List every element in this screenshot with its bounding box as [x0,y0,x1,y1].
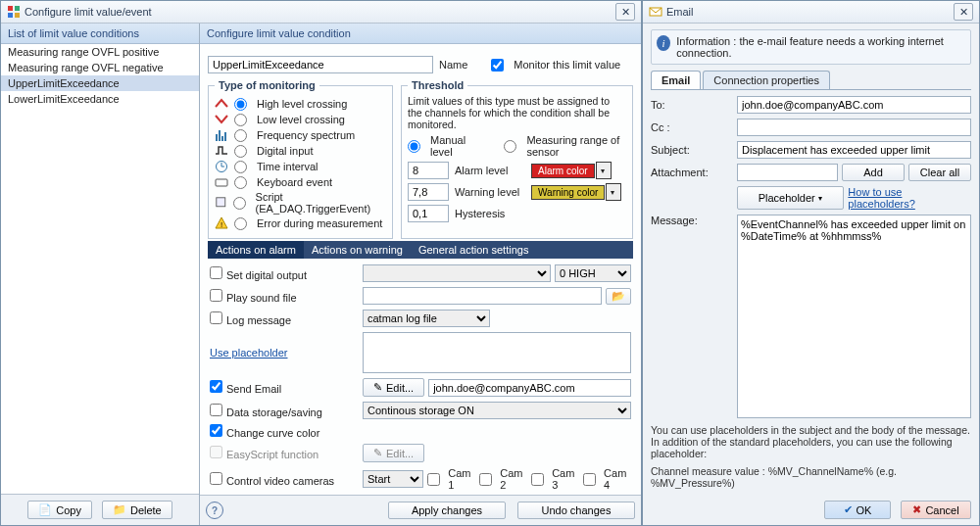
cam1-check[interactable] [427,473,440,486]
monitor-label: Monitor this limit value [514,59,620,71]
type-of-monitoring-group: Type of monitoring High level crossing L… [208,79,393,239]
x-icon: ✖ [912,503,921,516]
close-icon[interactable]: ✕ [954,3,973,21]
add-attachment-button[interactable]: Add [842,164,905,181]
manual-level-radio[interactable] [408,140,420,153]
folder-open-icon: 📂 [612,290,625,303]
type-script-radio[interactable] [233,197,246,210]
delete-button[interactable]: 📁Delete [102,501,172,519]
sound-file-input[interactable] [363,287,602,305]
to-input[interactable] [737,96,971,114]
chevron-down-icon: ▾ [818,194,822,203]
placeholder-help-1: You can use placeholders in the subject … [651,424,971,459]
set-digital-check[interactable] [210,266,222,279]
email-recipient-display[interactable] [428,379,631,397]
mail-icon [649,5,662,19]
message-label: Message: [651,215,729,226]
placeholder-help-2: Channel measure value : %MV_ChannelName%… [651,465,971,489]
edit-email-button[interactable]: ✎Edit... [363,378,424,397]
type-time-radio[interactable] [234,161,247,173]
list-item[interactable]: LowerLimitExceedance [1,91,199,107]
storage-mode-select[interactable]: Continous storage ON [363,402,631,419]
alarm-color-picker[interactable]: Alarm color ▾ [531,162,612,179]
tab-actions-warning[interactable]: Actions on warning [304,241,411,259]
warning-icon: ! [215,216,228,230]
easyscript-check [210,446,222,458]
alarm-level-input[interactable] [408,162,449,179]
cam3-check[interactable] [531,473,544,486]
browse-sound-button[interactable]: 📂 [606,288,631,305]
how-to-placeholders-link[interactable]: How to use placeholders? [848,186,971,210]
condition-name-input[interactable] [208,56,433,73]
tab-general-settings[interactable]: General action settings [411,241,537,259]
subject-label: Subject: [651,144,729,156]
cam4-check[interactable] [583,473,596,486]
data-storage-check[interactable] [210,404,222,416]
edit-script-button[interactable]: ✎Edit... [363,444,424,462]
send-email-check[interactable] [210,380,222,393]
placeholder-button[interactable]: Placeholder ▾ [737,186,844,210]
svg-rect-2 [8,13,13,18]
low-cross-icon [215,113,228,126]
hysteresis-input[interactable] [408,205,449,222]
log-message-check[interactable] [210,311,222,324]
use-placeholder-link[interactable]: Use placeholder [210,347,288,359]
action-tabs: Actions on alarm Actions on warning Gene… [208,241,633,259]
warning-level-input[interactable] [408,183,449,201]
email-window-title: Email [666,6,694,18]
window-title: Configure limit value/event [24,6,152,18]
keyboard-icon [215,175,228,189]
tab-email[interactable]: Email [651,71,701,89]
type-low-radio[interactable] [234,114,247,126]
copy-icon: 📄 [38,503,52,516]
tab-actions-alarm[interactable]: Actions on alarm [208,241,304,259]
help-icon[interactable]: ? [206,502,223,519]
svg-rect-6 [221,136,223,141]
list-item[interactable]: UpperLimitExceedance [1,75,199,91]
attachment-label: Attachment: [651,167,729,178]
cam2-check[interactable] [479,473,492,486]
copy-button[interactable]: 📄Copy [27,501,92,519]
digital-output-select[interactable] [363,264,551,282]
chevron-down-icon: ▾ [606,183,621,201]
digital-icon [215,144,228,158]
threshold-legend: Threshold [408,79,467,91]
type-digital-radio[interactable] [234,145,247,158]
monitor-checkbox[interactable] [491,59,504,72]
svg-rect-9 [216,179,227,186]
message-text[interactable] [737,215,971,418]
change-color-check[interactable] [210,424,222,437]
type-keyboard-radio[interactable] [234,176,247,189]
cc-input[interactable] [737,119,971,136]
svg-rect-3 [15,13,20,18]
tab-connection[interactable]: Connection properties [703,71,830,89]
apply-changes-button[interactable]: Apply changes [388,502,506,519]
list-item[interactable]: Measuring range OVFL positive [1,44,199,60]
folder-delete-icon: 📁 [113,503,126,516]
log-target-select[interactable]: catman log file [363,310,490,327]
list-item[interactable]: Measuring range OVFL negative [1,60,199,75]
type-error-radio[interactable] [234,217,247,230]
type-high-radio[interactable] [234,98,247,111]
config-pane: Configure limit value condition Name Mon… [200,24,641,525]
warning-color-picker[interactable]: Warning color ▾ [531,183,621,201]
ok-button[interactable]: ✔OK [824,501,891,519]
play-sound-check[interactable] [210,289,222,302]
info-box: i Information : the e-mail feature needs… [651,29,971,65]
camera-mode-select[interactable]: Start [363,470,423,488]
digital-level-select[interactable]: 0 HIGH [555,264,631,282]
subject-input[interactable] [737,141,971,159]
type-freq-radio[interactable] [234,129,247,142]
clear-attachments-button[interactable]: Clear all [908,164,971,181]
attachment-input[interactable] [737,164,838,181]
log-message-text[interactable] [363,332,631,373]
cameras-check[interactable] [210,472,222,485]
undo-changes-button[interactable]: Undo changes [517,502,635,519]
window-title-bar: Configure limit value/event ✕ [1,1,641,24]
cancel-button[interactable]: ✖Cancel [901,501,971,519]
conditions-list[interactable]: Measuring range OVFL positiveMeasuring r… [1,44,199,495]
email-tabs: Email Connection properties [651,71,971,90]
close-icon[interactable]: ✕ [615,3,635,21]
sensor-range-radio[interactable] [504,140,516,153]
high-cross-icon [215,97,228,111]
